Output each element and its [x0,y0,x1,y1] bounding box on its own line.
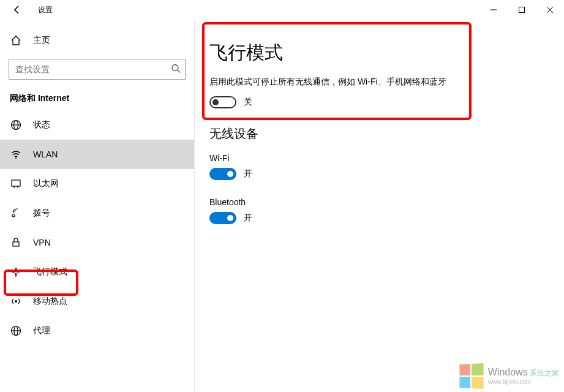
search-input[interactable] [9,59,186,80]
titlebar: 设置 [0,0,564,20]
sidebar-item-hotspot[interactable]: 移动热点 [0,287,194,316]
window-controls [479,0,564,20]
sidebar-item-wlan[interactable]: WLAN [0,140,194,169]
sidebar-item-label: 移动热点 [33,296,67,307]
maximize-button[interactable] [508,0,536,20]
maximize-icon [519,7,525,13]
sidebar-home[interactable]: 主页 [0,27,194,54]
back-button[interactable] [7,0,27,20]
sidebar-item-vpn[interactable]: VPN [0,228,194,257]
svg-rect-10 [12,180,20,186]
airplane-icon [10,266,22,278]
svg-point-13 [12,214,15,217]
bluetooth-label: Bluetooth [209,197,564,207]
svg-rect-1 [519,7,525,13]
ethernet-icon [10,178,22,190]
wireless-heading: 无线设备 [209,126,564,142]
minimize-icon [491,7,497,13]
wifi-toggle[interactable] [209,168,236,180]
minimize-button[interactable] [479,0,508,20]
globe-icon [10,119,22,131]
sidebar-item-status[interactable]: 状态 [0,110,194,140]
sidebar: 主页 网络和 Internet 状态 WLAN 以太网 [0,20,195,392]
sidebar-item-label: 状态 [33,119,50,130]
sidebar-item-dialup[interactable]: 拨号 [0,198,194,228]
svg-point-15 [15,300,17,303]
hotspot-icon [10,295,22,307]
sidebar-category: 网络和 Internet [0,88,194,110]
sidebar-item-airplane[interactable]: 飞行模式 [0,257,194,287]
sidebar-item-label: 飞行模式 [33,266,67,277]
bluetooth-toggle-state: 开 [244,213,252,224]
sidebar-item-label: 代理 [33,325,50,336]
sidebar-item-label: WLAN [33,149,58,159]
sidebar-item-label: VPN [33,238,51,247]
sidebar-item-ethernet[interactable]: 以太网 [0,169,194,198]
sidebar-item-label: 拨号 [33,208,50,219]
arrow-left-icon [12,5,22,15]
airplane-toggle[interactable] [209,96,236,108]
close-button[interactable] [536,0,564,20]
main-content: 飞行模式 启用此模式可停止所有无线通信，例如 Wi-Fi、手机网络和蓝牙 关 无… [195,20,564,392]
window-title: 设置 [38,5,53,15]
sidebar-item-label: 以太网 [33,178,59,189]
airplane-description: 启用此模式可停止所有无线通信，例如 Wi-Fi、手机网络和蓝牙 [209,77,564,88]
sidebar-item-proxy[interactable]: 代理 [0,316,194,345]
home-icon [10,34,22,47]
sidebar-home-label: 主页 [33,35,50,46]
dialup-icon [10,207,22,219]
close-icon [547,7,553,13]
svg-rect-14 [13,242,19,246]
wifi-toggle-state: 开 [244,168,252,179]
proxy-icon [10,325,22,337]
wifi-icon [10,148,22,160]
vpn-icon [10,236,22,249]
search-wrap [9,59,186,80]
airplane-toggle-state: 关 [244,97,252,108]
wifi-label: Wi-Fi [209,153,564,163]
bluetooth-toggle[interactable] [209,212,236,224]
svg-point-9 [15,157,17,159]
page-title: 飞行模式 [209,40,564,66]
